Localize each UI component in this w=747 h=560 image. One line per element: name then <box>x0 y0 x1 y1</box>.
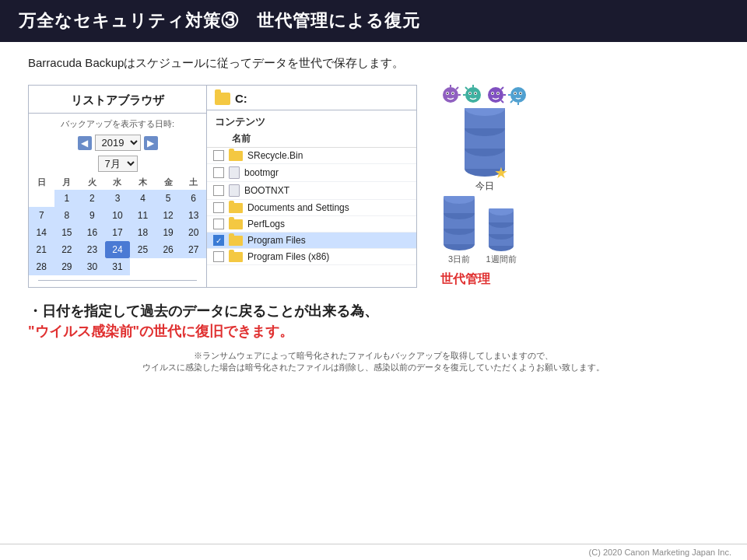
svg-point-19 <box>492 93 493 94</box>
cal-day-16[interactable]: 16 <box>79 224 105 241</box>
cal-day-31[interactable]: 31 <box>105 258 131 275</box>
calendar-panel: リストアブラウザ バックアップを表示する日時: ◀ 2019 ▶ 7月 <box>28 85 207 288</box>
fb-row-programfiles[interactable]: ✓ Program Files <box>207 233 416 249</box>
gen-title-label: 世代管理 <box>440 271 490 288</box>
fb-checkbox-bootnxt[interactable] <box>213 185 224 196</box>
fb-checkbox-docs[interactable] <box>213 202 224 213</box>
cal-day-25[interactable]: 25 <box>130 241 156 258</box>
svg-point-3 <box>447 93 448 94</box>
fb-checkbox-programfilesx86[interactable] <box>213 251 224 262</box>
cal-header-wed: 水 <box>105 175 131 190</box>
cal-day-3[interactable]: 3 <box>105 190 131 207</box>
copyright-text: (C) 2020 Canon Marketing Japan Inc. <box>589 548 731 557</box>
cal-day-6[interactable]: 6 <box>181 190 206 207</box>
cal-day-23[interactable]: 23 <box>79 241 105 258</box>
svg-point-20 <box>497 93 499 94</box>
fb-filename-programfiles: Program Files <box>247 235 306 246</box>
cal-day-20[interactable]: 20 <box>181 224 206 241</box>
cal-day-30[interactable]: 30 <box>79 258 105 275</box>
fb-row-srecycle[interactable]: SRecycle.Bin <box>207 148 416 164</box>
cal-header-sun: 日 <box>29 175 54 190</box>
generation-management: ★ 今日 <box>417 85 588 288</box>
bullet-main-text: ・日付を指定して過去のデータに戻ることが出来る為、 <box>28 302 719 320</box>
cal-day-empty <box>130 258 156 275</box>
svg-point-28 <box>520 93 521 94</box>
fb-checkbox-programfiles[interactable]: ✓ <box>213 235 224 246</box>
cal-week-2: 7 8 9 10 11 12 13 <box>29 207 206 224</box>
cal-day-29[interactable]: 29 <box>54 258 80 275</box>
today-group: ★ 今日 <box>440 85 528 193</box>
cal-header-mon: 月 <box>54 175 80 190</box>
fb-path-text: C: <box>235 92 247 105</box>
svg-point-27 <box>514 93 516 94</box>
fb-col-name: 名前 <box>232 132 251 145</box>
page: 万全なセキュリティ対策③ 世代管理による復元 Barracuda Backupは… <box>0 0 747 560</box>
svg-line-21 <box>501 87 503 89</box>
fb-row-docs[interactable]: Documents and Settings <box>207 200 416 216</box>
virus-icons <box>440 85 528 105</box>
cal-day-22[interactable]: 22 <box>54 241 80 258</box>
note-section: ※ランサムウェアによって暗号化されたファイルもバックアップを取得してしまいますの… <box>28 350 719 373</box>
next-year-button[interactable]: ▶ <box>144 136 158 150</box>
svg-line-30 <box>510 100 513 103</box>
page-title: 万全なセキュリティ対策③ 世代管理による復元 <box>19 11 420 30</box>
cal-day-11[interactable]: 11 <box>130 207 156 224</box>
cal-day-9[interactable]: 9 <box>79 207 105 224</box>
svg-line-6 <box>456 87 458 89</box>
calendar-year-row: ◀ 2019 ▶ <box>29 131 206 154</box>
fb-row-programfilesx86[interactable]: Program Files (x86) <box>207 249 416 265</box>
fb-folder-icon-perflogs <box>229 219 243 229</box>
fb-checkbox-perflogs[interactable] <box>213 219 224 229</box>
cal-day-26[interactable]: 26 <box>156 241 181 258</box>
cal-day-17[interactable]: 17 <box>105 224 131 241</box>
cal-day-19[interactable]: 19 <box>156 224 181 241</box>
calendar-grid: 日 月 火 水 木 金 土 1 <box>29 175 206 275</box>
filebrowser-panel: C: コンテンツ 名前 SRecycle.Bin bootmgr <box>207 85 417 288</box>
note-line2: ウイルスに感染した場合は暗号化されたファイルは削除し、感染以前のデータを復元して… <box>28 362 719 373</box>
cal-header-thu: 木 <box>130 175 156 190</box>
cal-day-27[interactable]: 27 <box>181 241 206 258</box>
cal-day-18[interactable]: 18 <box>130 224 156 241</box>
calendar-title: リストアブラウザ <box>29 86 206 114</box>
cal-day-8[interactable]: 8 <box>54 207 80 224</box>
month-select[interactable]: 7月 <box>98 156 138 172</box>
cal-day-7[interactable]: 7 <box>29 207 54 224</box>
fb-row-bootnxt[interactable]: BOOTNXT <box>207 182 416 200</box>
cal-day-24[interactable]: 24 <box>105 241 131 258</box>
cal-day-13[interactable]: 13 <box>181 207 206 224</box>
cal-day-10[interactable]: 10 <box>105 207 131 224</box>
fb-row-perflogs[interactable]: PerfLogs <box>207 216 416 233</box>
demo-area: リストアブラウザ バックアップを表示する日時: ◀ 2019 ▶ 7月 <box>28 85 719 288</box>
three-days-group: 3日前 <box>440 196 478 265</box>
fb-filename-bootnxt: BOOTNXT <box>244 185 289 196</box>
cal-day-1[interactable]: 1 <box>54 190 80 207</box>
fb-checkbox-srecycle[interactable] <box>213 150 224 161</box>
cal-day-2[interactable]: 2 <box>79 190 105 207</box>
cal-day-15[interactable]: 15 <box>54 224 80 241</box>
cal-day-12[interactable]: 12 <box>156 207 181 224</box>
today-db-svg: ★ <box>461 108 508 178</box>
cal-day-14[interactable]: 14 <box>29 224 54 241</box>
prev-year-button[interactable]: ◀ <box>78 136 92 150</box>
cal-day-4[interactable]: 4 <box>130 190 156 207</box>
fb-path-bar: C: <box>207 86 416 110</box>
fb-filename-bootmgr: bootmgr <box>244 167 279 178</box>
cal-day-5[interactable]: 5 <box>156 190 181 207</box>
month-row: 7月 <box>29 154 206 175</box>
cal-day-21[interactable]: 21 <box>29 241 54 258</box>
gen-row: 3日前 <box>440 196 517 265</box>
cal-week-3: 14 15 16 17 18 19 20 <box>29 224 206 241</box>
fb-filename-srecycle: SRecycle.Bin <box>247 150 303 161</box>
year-select[interactable]: 2019 <box>95 135 141 151</box>
svg-point-11 <box>469 93 471 94</box>
cal-day-empty <box>181 258 206 275</box>
fb-file-icon-bootmgr <box>229 166 240 179</box>
fb-filename-docs: Documents and Settings <box>247 202 349 213</box>
fb-folder-icon-programfilesx86 <box>229 252 243 262</box>
fb-checkbox-bootmgr[interactable] <box>213 167 224 178</box>
cal-day-28[interactable]: 28 <box>29 258 54 275</box>
fb-row-bootmgr[interactable]: bootmgr <box>207 164 416 182</box>
page-header: 万全なセキュリティ対策③ 世代管理による復元 <box>0 0 747 42</box>
cal-day-empty <box>29 190 54 207</box>
three-days-label: 3日前 <box>448 254 470 265</box>
